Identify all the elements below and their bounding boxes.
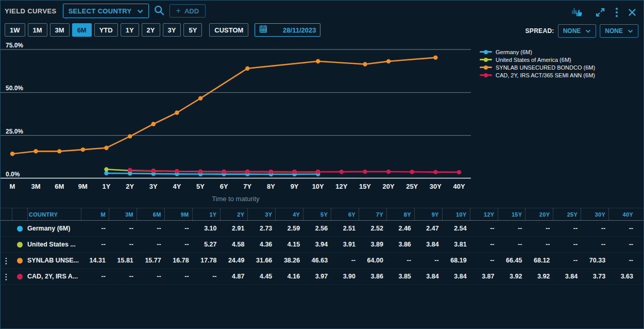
row-country-name: CAD, 2Y, IRS A... xyxy=(27,273,81,280)
panel-menu-button[interactable] xyxy=(614,6,619,20)
date-value: 28/11/2023 xyxy=(270,26,316,34)
table-cell: 4.36 xyxy=(247,241,275,248)
column-header-country: COUNTRY xyxy=(27,208,81,220)
window-controls xyxy=(570,6,637,21)
x-tick-label: 12Y xyxy=(335,183,347,190)
table-cell: 16.78 xyxy=(164,257,192,264)
table-cell: 2.51 xyxy=(331,225,359,232)
table-cell: 3.84 xyxy=(553,273,581,280)
spread-dropdown-2[interactable]: NONE xyxy=(600,24,638,38)
table-cell: 31.66 xyxy=(247,257,275,264)
custom-period-button[interactable]: CUSTOM xyxy=(209,23,248,37)
table-cell: 3.10 xyxy=(192,225,220,232)
table-cell: 3.63 xyxy=(608,273,636,280)
column-header-10y: 10Y xyxy=(442,208,470,220)
table-cell: 70.33 xyxy=(581,257,608,264)
date-picker[interactable]: 28/11/2023 xyxy=(255,23,320,37)
table-cell: -- xyxy=(525,225,553,232)
x-tick-label: 3M xyxy=(31,183,41,190)
thumbs-feedback-icon xyxy=(571,7,585,20)
table-cell: 3.94 xyxy=(303,241,331,248)
table-cell: -- xyxy=(581,225,608,232)
table-cell: -- xyxy=(525,241,553,248)
table-cell: 46.63 xyxy=(303,257,331,264)
table-cell: 2.47 xyxy=(414,225,442,232)
spread-controls: SPREAD: NONE NONE xyxy=(526,24,638,38)
period-button-3y[interactable]: 3Y xyxy=(163,23,181,37)
table-cell: 68.12 xyxy=(525,257,553,264)
header-dot-spacer xyxy=(12,208,27,220)
table-cell: -- xyxy=(470,241,498,248)
close-button[interactable] xyxy=(627,7,637,19)
table-row: United States ...--------5.274.584.364.1… xyxy=(1,237,643,253)
table-cell: -- xyxy=(470,225,498,232)
row-color-cell xyxy=(12,258,27,264)
add-button[interactable]: + ADD xyxy=(170,4,206,18)
table-cell: 2.46 xyxy=(386,225,414,232)
feedback-button[interactable] xyxy=(570,6,586,21)
table-cell: -- xyxy=(386,257,414,264)
legend-item[interactable]: CAD, 2Y, IRS ACT/365 SEMI ANN (6M) xyxy=(480,71,595,79)
table-cell: 66.45 xyxy=(498,257,526,264)
table-cell: 3.81 xyxy=(442,241,470,248)
table-cell: -- xyxy=(81,241,109,248)
table-cell: -- xyxy=(137,273,164,280)
table-cell: 64.00 xyxy=(359,257,386,264)
x-tick-label: 4Y xyxy=(173,183,181,190)
table-cell: 14.31 xyxy=(81,257,109,264)
column-header-40y: 40Y xyxy=(608,208,636,220)
row-color-dot xyxy=(17,242,23,248)
y-tick-label: 50.0% xyxy=(6,85,23,92)
column-header-30y: 30Y xyxy=(581,208,608,220)
table-cell: -- xyxy=(553,257,581,264)
y-tick-label: 0.0% xyxy=(6,171,20,178)
period-button-3m[interactable]: 3M xyxy=(50,23,70,37)
table-cell: 3.89 xyxy=(359,241,386,248)
row-menu-icon[interactable]: ⋮ xyxy=(1,273,12,281)
row-color-dot xyxy=(17,258,23,264)
legend-marker-icon xyxy=(480,51,492,53)
period-button-1m[interactable]: 1M xyxy=(28,23,47,37)
kebab-menu-icon xyxy=(615,7,618,19)
row-color-dot xyxy=(17,274,23,279)
table-cell: 4.16 xyxy=(275,273,303,280)
spread-dropdown-1[interactable]: NONE xyxy=(558,24,597,38)
table-cell: 5.27 xyxy=(192,241,220,248)
legend-item[interactable]: United States of America (6M) xyxy=(480,56,595,63)
table-cell: -- xyxy=(164,225,192,232)
legend-item[interactable]: SYNLAB UNSECURED BONDCO (6M) xyxy=(480,63,595,71)
table-cell: 15.77 xyxy=(137,257,164,264)
x-tick-label: 5Y xyxy=(196,183,205,190)
legend-marker-icon xyxy=(480,59,492,60)
table-cell: -- xyxy=(137,241,164,248)
page-title: YIELD CURVES xyxy=(5,7,57,15)
chevron-down-icon xyxy=(628,27,633,35)
table-cell: 3.86 xyxy=(386,241,414,248)
maturity-table: COUNTRYM3M6M9M1Y2Y3Y4Y5Y6Y7Y8Y9Y10Y12Y15… xyxy=(1,208,643,285)
y-tick-label: 75.0% xyxy=(6,42,23,49)
legend-marker-icon xyxy=(480,67,492,68)
table-cell: -- xyxy=(498,225,526,232)
table-cell: 68.19 xyxy=(442,257,470,264)
period-button-1w[interactable]: 1W xyxy=(5,23,25,37)
expand-button[interactable] xyxy=(594,6,606,20)
period-button-1y[interactable]: 1Y xyxy=(121,23,139,37)
x-tick-label: 7Y xyxy=(243,183,251,190)
legend-item[interactable]: Germany (6M) xyxy=(480,48,595,56)
x-tick-label: 3Y xyxy=(149,183,158,190)
spread-2-value: NONE xyxy=(605,27,623,35)
column-header-25y: 25Y xyxy=(553,208,581,220)
table-cell: 3.92 xyxy=(525,273,553,280)
column-header-9y: 9Y xyxy=(414,208,442,220)
period-button-6m[interactable]: 6M xyxy=(72,23,92,37)
period-button-2y[interactable]: 2Y xyxy=(142,23,160,37)
period-button-5y[interactable]: 5Y xyxy=(183,23,202,37)
search-button[interactable] xyxy=(152,4,166,19)
table-cell: -- xyxy=(192,273,220,280)
table-cell: -- xyxy=(109,273,137,280)
period-button-ytd[interactable]: YTD xyxy=(94,23,118,37)
expand-icon xyxy=(595,7,605,19)
table-cell: -- xyxy=(109,241,137,248)
row-menu-icon[interactable]: ⋮ xyxy=(1,257,12,265)
select-country-dropdown[interactable]: SELECT COUNTRY xyxy=(63,4,149,18)
